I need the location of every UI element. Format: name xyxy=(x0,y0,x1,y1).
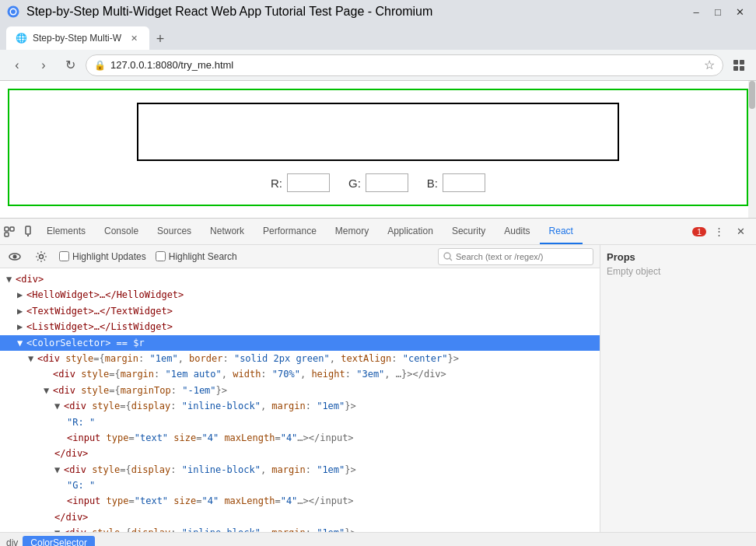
highlight-updates-checkbox[interactable] xyxy=(59,251,69,261)
tree-line[interactable]: ▶<ListWidget>…</ListWidget> xyxy=(0,319,600,334)
eye-icon xyxy=(9,250,21,263)
props-empty: Empty object xyxy=(607,266,750,277)
settings-icon xyxy=(35,250,47,263)
svg-point-2 xyxy=(11,9,16,14)
devtools-toolbar: Elements Console Sources Network Perform… xyxy=(0,219,756,245)
svg-rect-5 xyxy=(733,66,738,71)
tree-line[interactable]: </div> xyxy=(0,509,600,525)
search-icon xyxy=(443,252,453,261)
tree-line[interactable]: ▼<div style={display: "inline-block", ma… xyxy=(0,525,600,532)
tab-close-button[interactable]: ✕ xyxy=(128,32,140,44)
svg-point-14 xyxy=(40,254,44,258)
tree-line[interactable]: "G: " xyxy=(0,478,600,493)
new-tab-button[interactable]: + xyxy=(149,28,171,50)
tree-line[interactable]: "R: " xyxy=(0,415,600,430)
tree-line[interactable]: ▼<div style={display: "inline-block", ma… xyxy=(0,398,600,414)
eye-icon-button[interactable] xyxy=(6,248,23,265)
tree-line[interactable]: ▶<HelloWidget>…</HelloWidget> xyxy=(0,287,600,303)
settings-icon-button[interactable] xyxy=(33,248,50,265)
r-group: R: xyxy=(271,173,330,192)
reload-button[interactable]: ↻ xyxy=(59,54,81,76)
svg-rect-8 xyxy=(10,227,14,231)
r-input[interactable] xyxy=(287,173,330,192)
svg-rect-3 xyxy=(733,60,738,65)
close-button[interactable]: ✕ xyxy=(730,4,750,19)
extension-icon xyxy=(732,58,746,72)
tree-line[interactable]: ▼<div style={display: "inline-block", ma… xyxy=(0,462,600,478)
tree-line[interactable]: </div> xyxy=(0,446,600,461)
search-input[interactable] xyxy=(456,252,588,261)
bookmark-star-icon[interactable]: ☆ xyxy=(704,58,715,72)
svg-point-13 xyxy=(13,254,17,258)
browser-scrollbar[interactable] xyxy=(748,81,756,218)
window-title: Step-by-Step Multi-Widget React Web App … xyxy=(26,5,432,19)
devtools-more-button[interactable]: ⋮ xyxy=(709,222,728,241)
title-bar: Step-by-Step Multi-Widget React Web App … xyxy=(0,0,756,23)
tree-line[interactable]: ▼<div style={margin: "1em", border: "sol… xyxy=(0,351,600,366)
tree-line-selected[interactable]: ▼<ColorSelector> == $r xyxy=(0,335,600,351)
svg-rect-4 xyxy=(740,60,744,65)
devtools-tab-icons: 1 ⋮ ✕ xyxy=(686,222,756,241)
tab-elements[interactable]: Elements xyxy=(37,219,95,244)
code-tree: ▼<div> ▶<HelloWidget>…</HelloWidget> ▶<T… xyxy=(0,268,600,532)
svg-line-16 xyxy=(450,258,452,261)
g-input[interactable] xyxy=(366,173,408,192)
svg-rect-11 xyxy=(27,235,29,236)
tab-memory[interactable]: Memory xyxy=(326,219,378,244)
tab-react[interactable]: React xyxy=(540,219,583,244)
r-label: R: xyxy=(271,177,282,190)
address-input-wrap[interactable]: 🔒 127.0.0.1:8080/try_me.html ☆ xyxy=(86,54,723,76)
maximize-button[interactable]: □ xyxy=(708,4,728,19)
svg-rect-10 xyxy=(26,226,30,234)
tree-line[interactable]: ▼<div style={marginTop: "-1em"}> xyxy=(0,383,600,398)
chromium-icon xyxy=(6,5,20,19)
color-preview-box xyxy=(137,103,619,161)
highlight-updates-label[interactable]: Highlight Updates xyxy=(59,251,146,262)
address-bar: ‹ › ↻ 🔒 127.0.0.1:8080/try_me.html ☆ xyxy=(0,50,756,81)
tree-line[interactable]: <div style={margin: "1em auto", width: "… xyxy=(0,366,600,382)
device-toolbar-button[interactable] xyxy=(19,222,37,241)
browser-tab[interactable]: 🌐 Step-by-Step Multi-W ✕ xyxy=(6,26,149,50)
window-controls: – □ ✕ xyxy=(686,4,750,19)
devtools-statusbar: div ColorSelector xyxy=(0,532,756,546)
browser-scrollbar-thumb xyxy=(749,81,755,109)
tree-line[interactable]: ▶<TextWidget>…</TextWidget> xyxy=(0,303,600,319)
tab-console[interactable]: Console xyxy=(95,219,148,244)
forward-button[interactable]: › xyxy=(33,54,54,76)
minimize-button[interactable]: – xyxy=(686,4,706,19)
error-badge: 1 xyxy=(692,227,706,236)
color-selector-highlight: R: G: B: xyxy=(8,89,748,206)
devtools-tabs: Elements Console Sources Network Perform… xyxy=(0,219,583,244)
highlight-search-checkbox[interactable] xyxy=(156,251,166,261)
back-button[interactable]: ‹ xyxy=(6,54,28,76)
statusbar-component-chip[interactable]: ColorSelector xyxy=(23,536,95,547)
tree-line[interactable]: ▼<div> xyxy=(0,271,600,287)
extension-button[interactable] xyxy=(728,54,750,76)
statusbar-div-label: div xyxy=(6,537,18,547)
tab-performance[interactable]: Performance xyxy=(254,219,326,244)
address-text: 127.0.0.1:8080/try_me.html xyxy=(110,59,699,71)
devtools-close-button[interactable]: ✕ xyxy=(731,222,750,241)
highlight-search-label[interactable]: Highlight Search xyxy=(156,251,237,262)
tab-application[interactable]: Application xyxy=(378,219,443,244)
inspect-icon xyxy=(3,226,16,238)
tab-network[interactable]: Network xyxy=(201,219,254,244)
inspect-element-button[interactable] xyxy=(0,222,19,241)
device-icon xyxy=(22,226,34,238)
tab-favicon: 🌐 xyxy=(16,33,26,44)
rgb-inputs: R: G: B: xyxy=(19,173,737,192)
tree-line[interactable]: <input type="text" size="4" maxLength="4… xyxy=(0,430,600,446)
g-group: G: xyxy=(348,173,408,192)
b-group: B: xyxy=(427,173,485,192)
b-input[interactable] xyxy=(443,173,485,192)
tab-sources[interactable]: Sources xyxy=(148,219,201,244)
lock-icon: 🔒 xyxy=(94,60,106,71)
react-search[interactable] xyxy=(438,248,593,265)
tab-bar: 🌐 Step-by-Step Multi-W ✕ + xyxy=(0,23,756,50)
tab-security[interactable]: Security xyxy=(443,219,495,244)
tree-line[interactable]: <input type="text" size="4" maxLength="4… xyxy=(0,493,600,509)
svg-point-15 xyxy=(444,253,450,259)
svg-rect-7 xyxy=(5,227,9,231)
tab-audits[interactable]: Audits xyxy=(495,219,539,244)
browser-content-area: R: G: B: xyxy=(0,81,756,218)
